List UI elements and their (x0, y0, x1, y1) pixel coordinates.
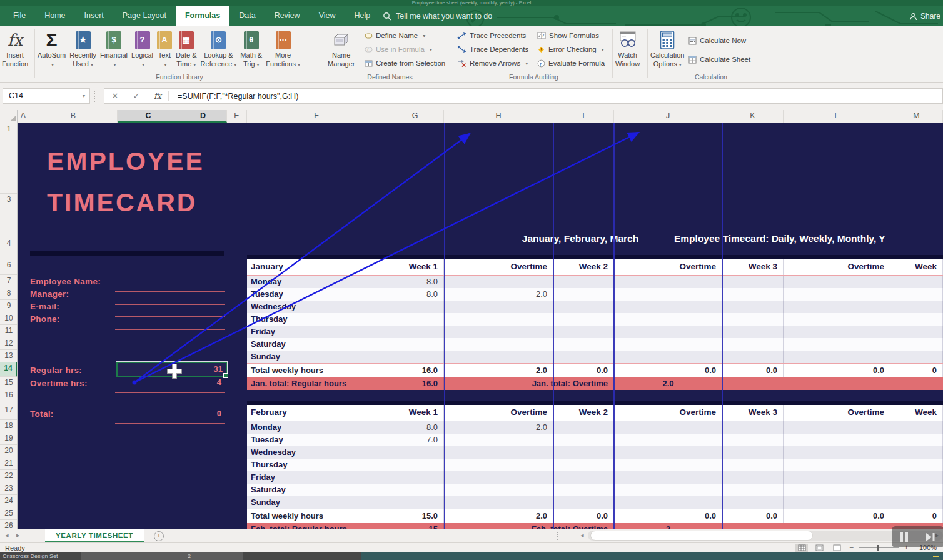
month-label-cell[interactable]: January (247, 259, 386, 275)
day-value-cell[interactable] (553, 496, 614, 509)
month-total-overtime-label[interactable]: Jan. total: Overtime (444, 378, 614, 390)
day-value-cell[interactable] (890, 434, 943, 446)
day-value-cell[interactable] (890, 338, 943, 351)
row-header-1[interactable]: 1 (0, 123, 18, 194)
remove-arrows-button[interactable]: Remove Arrows▾ (457, 59, 528, 68)
row-header-3[interactable]: 3 (0, 194, 18, 238)
day-value-cell[interactable] (444, 276, 553, 288)
ribbon-tab-home[interactable]: Home (35, 6, 74, 26)
day-value-cell[interactable] (386, 313, 444, 326)
day-name-cell[interactable]: Monday (247, 276, 386, 288)
day-value-cell[interactable] (722, 288, 784, 301)
phone-label[interactable]: Phone: (30, 314, 60, 324)
day-value-cell[interactable] (553, 471, 614, 484)
day-value-cell[interactable] (386, 338, 444, 351)
sheet-nav-left-icon[interactable]: ◂ (5, 531, 9, 539)
month-total-empty-cell[interactable] (722, 523, 784, 529)
day-value-cell[interactable]: 8.0 (386, 421, 444, 434)
total-value-cell[interactable]: 16.0 (386, 364, 444, 378)
create-from-selection-button[interactable]: Create from Selection (365, 59, 445, 68)
month-total-overtime-value[interactable]: 2 (614, 523, 722, 529)
horizontal-scrollbar-thumb[interactable] (590, 531, 813, 541)
email-label[interactable]: E-mail: (30, 302, 59, 311)
day-name-cell[interactable]: Friday (247, 326, 386, 338)
day-value-cell[interactable] (614, 484, 722, 496)
table-header-cell[interactable]: Week 1 (386, 259, 444, 275)
day-value-cell[interactable] (444, 496, 553, 509)
zoom-out-button[interactable]: − (849, 544, 854, 552)
total-value-cell[interactable]: 15.0 (386, 509, 444, 523)
total-value-cell[interactable]: 0.0 (784, 509, 890, 523)
zoom-slider-track[interactable] (859, 548, 899, 548)
day-value-cell[interactable] (444, 313, 553, 326)
sheet-title-line1[interactable]: EMPLOYEE (47, 147, 204, 176)
day-value-cell[interactable] (444, 301, 553, 313)
overtime-input-line[interactable] (115, 392, 225, 393)
table-header-cell[interactable]: Week (890, 405, 943, 421)
row-header-10[interactable]: 10 (0, 312, 18, 325)
table-header-cell[interactable]: Week (890, 259, 943, 275)
row-header-19[interactable]: 19 (0, 432, 18, 445)
table-header-cell[interactable]: Week 2 (553, 405, 614, 421)
column-header-b[interactable]: B (29, 110, 118, 122)
day-value-cell[interactable] (614, 351, 722, 363)
chevron-down-icon[interactable]: ▾ (83, 89, 85, 103)
manager-input-line[interactable] (115, 304, 225, 305)
day-value-cell[interactable] (890, 326, 943, 338)
financial-button[interactable]: $Financial▾ (98, 28, 129, 70)
day-value-cell[interactable] (722, 338, 784, 351)
day-value-cell[interactable] (890, 421, 943, 434)
day-value-cell[interactable] (784, 313, 890, 326)
total-value-cell[interactable]: 0.0 (553, 364, 614, 378)
day-value-cell[interactable]: 2.0 (444, 421, 553, 434)
month-total-empty-cell[interactable] (784, 378, 890, 390)
table-header-cell[interactable]: Week 2 (553, 259, 614, 275)
day-value-cell[interactable] (386, 496, 444, 509)
day-value-cell[interactable] (553, 484, 614, 496)
total-value-cell[interactable]: 0.0 (784, 364, 890, 378)
month-total-empty-cell[interactable] (722, 378, 784, 390)
day-value-cell[interactable] (444, 351, 553, 363)
row-header-4[interactable]: 4 (0, 238, 18, 259)
day-value-cell[interactable] (784, 446, 890, 459)
day-value-cell[interactable] (553, 446, 614, 459)
day-value-cell[interactable] (614, 301, 722, 313)
day-value-cell[interactable] (722, 301, 784, 313)
ribbon-tab-data[interactable]: Data (229, 6, 265, 26)
row-header-26[interactable]: 26 (0, 520, 18, 529)
day-value-cell[interactable] (784, 484, 890, 496)
row-header-21[interactable]: 21 (0, 458, 18, 470)
row-header-18[interactable]: 18 (0, 420, 18, 432)
regular-hrs-label[interactable]: Regular hrs: (30, 366, 82, 375)
total-value-cell[interactable]: 0.0 (614, 509, 722, 523)
day-value-cell[interactable] (553, 351, 614, 363)
day-value-cell[interactable] (784, 421, 890, 434)
table-header-cell[interactable]: Overtime (444, 405, 553, 421)
day-name-cell[interactable]: Friday (247, 471, 386, 484)
row-header-14[interactable]: 14 (0, 362, 18, 377)
day-value-cell[interactable] (890, 471, 943, 484)
error-checking-button[interactable]: ! Error Checking▾ (537, 45, 605, 54)
day-name-cell[interactable]: Wednesday (247, 446, 386, 459)
day-value-cell[interactable] (784, 459, 890, 471)
row-header-8[interactable]: 8 (0, 288, 18, 300)
total-value-cell[interactable]: 2.0 (444, 509, 553, 523)
recently-used-button[interactable]: ★RecentlyUsed▾ (68, 28, 98, 70)
day-value-cell[interactable] (386, 446, 444, 459)
day-value-cell[interactable] (553, 459, 614, 471)
day-value-cell[interactable] (386, 471, 444, 484)
table-header-cell[interactable]: Week 3 (722, 405, 784, 421)
row-header-16[interactable]: 16 (0, 389, 18, 404)
watch-window-button[interactable]: Watch Window (613, 28, 642, 69)
sheet-tab-yearly-timesheet[interactable]: YEARLY TIMESHEET (45, 529, 144, 542)
date-time-button[interactable]: ▦Date &Time▾ (174, 28, 199, 70)
row-header-11[interactable]: 11 (0, 325, 18, 338)
row-header-15[interactable]: 15 (0, 377, 18, 389)
day-value-cell[interactable] (722, 484, 784, 496)
table-header-cell[interactable]: Overtime (444, 259, 553, 275)
day-value-cell[interactable]: 7.0 (386, 434, 444, 446)
manager-label[interactable]: Manager: (30, 289, 69, 299)
day-value-cell[interactable] (890, 301, 943, 313)
month-total-regular-value[interactable]: 15 (386, 523, 444, 529)
total-input-line[interactable] (115, 423, 225, 424)
